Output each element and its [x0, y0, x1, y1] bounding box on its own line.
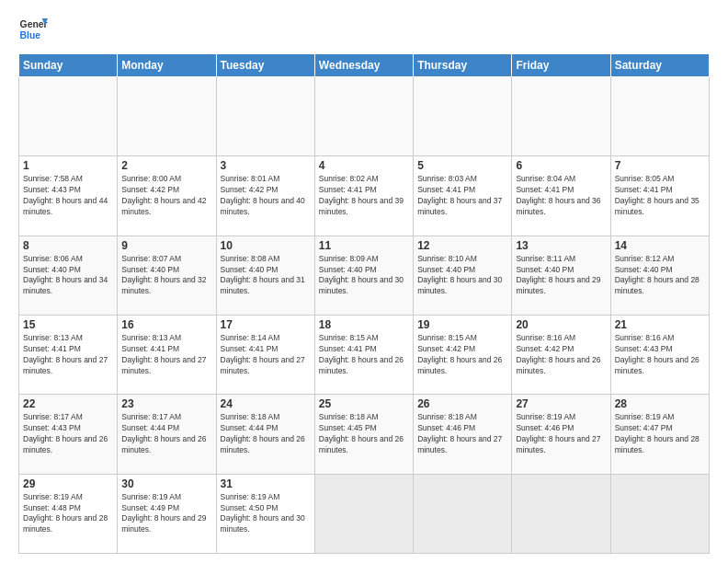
day-number: 7	[615, 159, 705, 172]
calendar-week: 22 Sunrise: 8:17 AMSunset: 4:43 PMDaylig…	[19, 395, 710, 474]
cell-info: Sunrise: 8:16 AMSunset: 4:43 PMDaylight:…	[615, 333, 700, 375]
cell-info: Sunrise: 8:10 AMSunset: 4:40 PMDaylight:…	[417, 254, 502, 296]
day-number: 8	[23, 239, 113, 252]
calendar-cell: 3 Sunrise: 8:01 AMSunset: 4:42 PMDayligh…	[216, 156, 314, 236]
calendar-cell: 1 Sunrise: 7:58 AMSunset: 4:43 PMDayligh…	[19, 156, 118, 236]
calendar-week: 8 Sunrise: 8:06 AMSunset: 4:40 PMDayligh…	[19, 236, 710, 315]
calendar-cell: 25 Sunrise: 8:18 AMSunset: 4:45 PMDaylig…	[314, 395, 413, 474]
day-number: 25	[319, 397, 409, 410]
calendar-cell	[414, 77, 512, 156]
calendar-cell	[610, 77, 709, 156]
day-number: 28	[615, 397, 705, 410]
svg-text:Blue: Blue	[20, 30, 41, 40]
cell-info: Sunrise: 8:15 AMSunset: 4:41 PMDaylight:…	[319, 333, 404, 375]
calendar-week: 29 Sunrise: 8:19 AMSunset: 4:48 PMDaylig…	[19, 474, 710, 553]
header-day: Wednesday	[314, 54, 413, 77]
header-day: Sunday	[19, 54, 118, 77]
cell-info: Sunrise: 8:11 AMSunset: 4:40 PMDaylight:…	[516, 254, 600, 296]
calendar-cell: 2 Sunrise: 8:00 AMSunset: 4:42 PMDayligh…	[118, 156, 216, 236]
day-number: 9	[121, 239, 211, 252]
calendar-cell: 27 Sunrise: 8:19 AMSunset: 4:46 PMDaylig…	[512, 395, 610, 474]
cell-info: Sunrise: 8:05 AMSunset: 4:41 PMDaylight:…	[615, 174, 700, 216]
day-number: 14	[615, 239, 705, 252]
day-number: 13	[516, 239, 606, 252]
day-number: 21	[615, 318, 705, 331]
calendar-cell: 23 Sunrise: 8:17 AMSunset: 4:44 PMDaylig…	[118, 395, 216, 474]
cell-info: Sunrise: 8:01 AMSunset: 4:42 PMDaylight:…	[221, 174, 305, 216]
calendar-cell: 6 Sunrise: 8:04 AMSunset: 4:41 PMDayligh…	[512, 156, 610, 236]
cell-info: Sunrise: 8:12 AMSunset: 4:40 PMDaylight:…	[615, 254, 700, 296]
calendar-cell	[19, 77, 118, 156]
cell-info: Sunrise: 8:19 AMSunset: 4:49 PMDaylight:…	[121, 492, 206, 534]
day-number: 31	[221, 477, 311, 490]
day-number: 2	[121, 159, 211, 172]
header-day: Tuesday	[216, 54, 314, 77]
calendar-cell: 26 Sunrise: 8:18 AMSunset: 4:46 PMDaylig…	[414, 395, 512, 474]
calendar-cell: 16 Sunrise: 8:13 AMSunset: 4:41 PMDaylig…	[118, 315, 216, 394]
cell-info: Sunrise: 8:16 AMSunset: 4:42 PMDaylight:…	[516, 333, 600, 375]
calendar-cell: 11 Sunrise: 8:09 AMSunset: 4:40 PMDaylig…	[314, 236, 413, 315]
day-number: 11	[319, 239, 409, 252]
calendar-cell: 14 Sunrise: 8:12 AMSunset: 4:40 PMDaylig…	[610, 236, 709, 315]
cell-info: Sunrise: 8:13 AMSunset: 4:41 PMDaylight:…	[121, 333, 206, 375]
day-number: 30	[121, 477, 211, 490]
cell-info: Sunrise: 8:19 AMSunset: 4:48 PMDaylight:…	[23, 492, 108, 534]
cell-info: Sunrise: 8:04 AMSunset: 4:41 PMDaylight:…	[516, 174, 600, 216]
calendar-cell: 31 Sunrise: 8:19 AMSunset: 4:50 PMDaylig…	[216, 474, 314, 553]
cell-info: Sunrise: 8:18 AMSunset: 4:45 PMDaylight:…	[319, 412, 404, 454]
calendar-table: SundayMondayTuesdayWednesdayThursdayFrid…	[18, 53, 710, 554]
day-number: 27	[516, 397, 606, 410]
cell-info: Sunrise: 8:06 AMSunset: 4:40 PMDaylight:…	[23, 254, 108, 296]
calendar-cell	[314, 77, 413, 156]
calendar-cell: 13 Sunrise: 8:11 AMSunset: 4:40 PMDaylig…	[512, 236, 610, 315]
calendar-cell	[314, 474, 413, 553]
cell-info: Sunrise: 8:19 AMSunset: 4:50 PMDaylight:…	[221, 492, 305, 534]
calendar-cell: 18 Sunrise: 8:15 AMSunset: 4:41 PMDaylig…	[314, 315, 413, 394]
calendar-cell: 4 Sunrise: 8:02 AMSunset: 4:41 PMDayligh…	[314, 156, 413, 236]
cell-info: Sunrise: 8:07 AMSunset: 4:40 PMDaylight:…	[121, 254, 206, 296]
calendar-cell: 9 Sunrise: 8:07 AMSunset: 4:40 PMDayligh…	[118, 236, 216, 315]
day-number: 5	[417, 159, 507, 172]
day-number: 17	[221, 318, 311, 331]
cell-info: Sunrise: 8:17 AMSunset: 4:44 PMDaylight:…	[121, 412, 206, 454]
day-number: 18	[319, 318, 409, 331]
day-number: 15	[23, 318, 113, 331]
cell-info: Sunrise: 8:14 AMSunset: 4:41 PMDaylight:…	[221, 333, 305, 375]
calendar-cell: 21 Sunrise: 8:16 AMSunset: 4:43 PMDaylig…	[610, 315, 709, 394]
cell-info: Sunrise: 8:02 AMSunset: 4:41 PMDaylight:…	[319, 174, 404, 216]
calendar-week: 1 Sunrise: 7:58 AMSunset: 4:43 PMDayligh…	[19, 156, 710, 236]
logo-icon: General Blue	[18, 15, 48, 44]
day-number: 23	[121, 397, 211, 410]
calendar-cell: 20 Sunrise: 8:16 AMSunset: 4:42 PMDaylig…	[512, 315, 610, 394]
calendar-cell: 17 Sunrise: 8:14 AMSunset: 4:41 PMDaylig…	[216, 315, 314, 394]
calendar-cell: 10 Sunrise: 8:08 AMSunset: 4:40 PMDaylig…	[216, 236, 314, 315]
day-number: 16	[121, 318, 211, 331]
cell-info: Sunrise: 8:08 AMSunset: 4:40 PMDaylight:…	[221, 254, 305, 296]
calendar-cell: 15 Sunrise: 8:13 AMSunset: 4:41 PMDaylig…	[19, 315, 118, 394]
calendar-cell: 12 Sunrise: 8:10 AMSunset: 4:40 PMDaylig…	[414, 236, 512, 315]
day-number: 10	[221, 239, 311, 252]
calendar-cell: 7 Sunrise: 8:05 AMSunset: 4:41 PMDayligh…	[610, 156, 709, 236]
day-number: 4	[319, 159, 409, 172]
calendar-cell	[610, 474, 709, 553]
cell-info: Sunrise: 8:03 AMSunset: 4:41 PMDaylight:…	[417, 174, 502, 216]
day-number: 24	[221, 397, 311, 410]
cell-info: Sunrise: 8:18 AMSunset: 4:44 PMDaylight:…	[221, 412, 305, 454]
calendar-cell	[216, 77, 314, 156]
calendar-cell: 8 Sunrise: 8:06 AMSunset: 4:40 PMDayligh…	[19, 236, 118, 315]
calendar-cell	[118, 77, 216, 156]
header-day: Thursday	[414, 54, 512, 77]
header-day: Monday	[118, 54, 216, 77]
cell-info: Sunrise: 8:19 AMSunset: 4:47 PMDaylight:…	[615, 412, 700, 454]
cell-info: Sunrise: 8:00 AMSunset: 4:42 PMDaylight:…	[121, 174, 206, 216]
header: General Blue	[18, 15, 710, 44]
calendar-week: 15 Sunrise: 8:13 AMSunset: 4:41 PMDaylig…	[19, 315, 710, 394]
calendar-cell: 29 Sunrise: 8:19 AMSunset: 4:48 PMDaylig…	[19, 474, 118, 553]
logo: General Blue	[18, 15, 51, 44]
calendar-cell	[512, 77, 610, 156]
header-row: SundayMondayTuesdayWednesdayThursdayFrid…	[19, 54, 710, 77]
day-number: 1	[23, 159, 113, 172]
day-number: 3	[221, 159, 311, 172]
day-number: 26	[417, 397, 507, 410]
calendar-cell: 30 Sunrise: 8:19 AMSunset: 4:49 PMDaylig…	[118, 474, 216, 553]
